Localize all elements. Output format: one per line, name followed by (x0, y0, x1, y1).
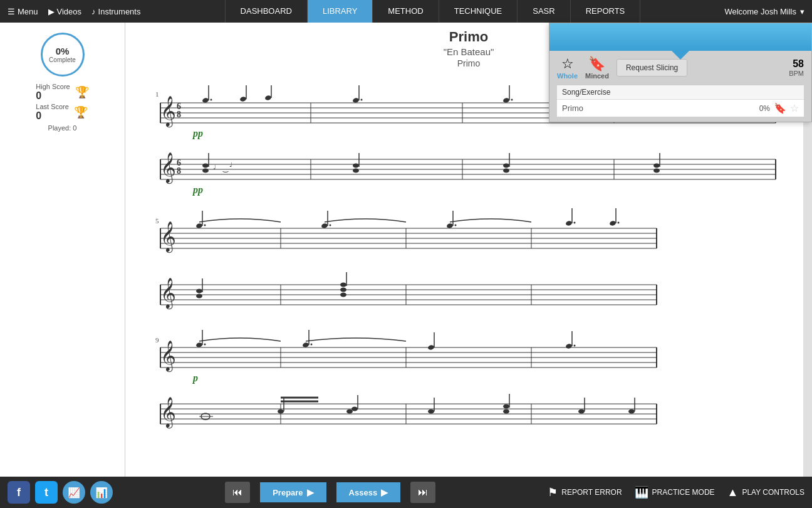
primo-label: Primo (562, 103, 583, 113)
primo-row: Primo 0% 🔖 ☆ (557, 99, 804, 117)
svg-point-57 (653, 164, 660, 168)
prepare-button[interactable]: Prepare ▶ (260, 482, 326, 502)
score-info: High Score 0 🏆 Last Score 0 🏆 Played: 0 (36, 82, 88, 132)
svg-point-75 (321, 223, 328, 228)
prepare-play-icon: ▶ (307, 487, 314, 497)
report-error-icon: ⚑ (548, 485, 558, 499)
bottom-bar: f t 📈 📊 ⏮ Prepare ▶ Assess ▶ ⏭ ⚑ REPORT … (0, 477, 812, 508)
assess-button[interactable]: Assess ▶ (336, 482, 401, 502)
tab-sasr[interactable]: SASR (518, 0, 570, 23)
svg-point-103 (340, 283, 346, 287)
bottom-right: ⚑ REPORT ERROR 🎹 PRACTICE MODE ▲ PLAY CO… (548, 485, 804, 499)
svg-point-127 (574, 345, 576, 347)
practice-mode-label: PRACTICE MODE (652, 488, 715, 497)
svg-point-17 (239, 96, 246, 102)
graph-button[interactable]: 📈 (63, 481, 85, 504)
tab-technique[interactable]: TECHNIQUE (439, 0, 518, 23)
song-exercise-row: Song/Exercise (557, 85, 804, 99)
last-score-row: Last Score 0 🏆 (36, 103, 88, 122)
svg-point-83 (574, 222, 576, 224)
top-navigation: ☰ Menu ▶ Videos ♪ Instruments DASHBOARD … (0, 0, 812, 23)
played-label: Played: 0 (36, 124, 88, 132)
user-label: Welcome Josh Mills (724, 7, 796, 16)
nav-left: ☰ Menu ▶ Videos ♪ Instruments (0, 7, 148, 16)
high-score-trophy-icon: 🏆 (75, 85, 89, 99)
tab-library[interactable]: LIBRARY (308, 0, 373, 23)
svg-point-99 (196, 289, 202, 294)
primo-percent: 0% (759, 104, 770, 113)
instruments-button[interactable]: ♪ Instruments (91, 7, 140, 16)
svg-point-122 (311, 344, 313, 346)
svg-text:9: 9 (155, 336, 159, 344)
content-area: 0% Complete High Score 0 🏆 Last Score 0 … (0, 23, 812, 477)
play-icon: ▶ (48, 7, 55, 16)
svg-point-53 (503, 169, 509, 173)
svg-point-119 (204, 344, 206, 346)
svg-point-14 (202, 97, 209, 103)
svg-text:♩: ♩ (229, 161, 232, 168)
nav-tabs: DASHBOARD LIBRARY METHOD TECHNIQUE SASR … (148, 0, 717, 23)
svg-point-19 (264, 95, 271, 100)
user-chevron-icon[interactable]: ▾ (800, 7, 804, 16)
report-error-label: REPORT ERROR (561, 488, 622, 497)
svg-point-77 (330, 225, 331, 226)
high-score-label: High Score (36, 83, 70, 90)
assess-play-icon: ▶ (381, 487, 388, 497)
request-slicing-button[interactable]: Request Slicing (617, 59, 687, 77)
last-score-label: Last Score (36, 103, 69, 110)
assess-label: Assess (349, 488, 378, 497)
svg-point-150 (503, 405, 509, 409)
svg-point-145 (351, 407, 358, 411)
nav-right: Welcome Josh Mills ▾ (717, 7, 812, 16)
svg-point-102 (340, 288, 346, 292)
svg-point-98 (196, 294, 202, 299)
svg-point-26 (511, 99, 513, 101)
instruments-label: Instruments (98, 7, 141, 16)
practice-mode-button[interactable]: 🎹 PRACTICE MODE (635, 485, 715, 499)
chart-button[interactable]: 📊 (90, 481, 113, 504)
svg-point-74 (204, 225, 206, 226)
svg-text:♩: ♩ (213, 164, 216, 171)
primo-star-icon[interactable]: ☆ (790, 102, 799, 114)
svg-point-54 (503, 164, 509, 168)
last-score-value: 0 (36, 110, 69, 122)
whole-button[interactable]: ☆ Whole (557, 56, 578, 80)
chart-icon: 📊 (95, 487, 108, 499)
videos-button[interactable]: ▶ Videos (48, 7, 82, 16)
svg-point-154 (628, 410, 635, 414)
tab-reports[interactable]: REPORTS (571, 0, 641, 23)
music-icon: ♪ (91, 7, 96, 16)
svg-point-56 (653, 169, 660, 173)
videos-label: Videos (57, 7, 82, 16)
sheet-music: 1 𝄞 6 8 (144, 85, 793, 477)
practice-mode-icon: 🎹 (635, 485, 648, 499)
graph-icon: 📈 (68, 487, 80, 499)
minced-button[interactable]: 🔖 Minced (585, 56, 609, 80)
menu-button[interactable]: ☰ Menu (8, 7, 38, 16)
facebook-button[interactable]: f (8, 481, 30, 504)
left-panel: 0% Complete High Score 0 🏆 Last Score 0 … (0, 23, 125, 477)
svg-point-21 (352, 97, 359, 103)
twitter-button[interactable]: t (35, 481, 58, 504)
svg-point-101 (340, 293, 346, 297)
skip-fwd-button[interactable]: ⏭ (410, 482, 435, 503)
svg-point-142 (278, 410, 284, 414)
svg-point-50 (353, 169, 359, 173)
svg-point-24 (502, 97, 509, 103)
svg-point-120 (302, 342, 309, 347)
skip-back-button[interactable]: ⏮ (225, 482, 250, 503)
svg-point-23 (361, 99, 363, 101)
tab-dashboard[interactable]: DASHBOARD (225, 0, 308, 23)
minced-label: Minced (585, 72, 609, 80)
song-exercise-label: Song/Exercise (562, 88, 610, 97)
svg-point-149 (503, 410, 509, 414)
tab-method[interactable]: METHOD (373, 0, 439, 23)
report-error-button[interactable]: ⚑ REPORT ERROR (548, 485, 622, 499)
play-controls-button[interactable]: ▲ PLAY CONTROLS (727, 486, 804, 499)
panel-overlay: ☆ Whole 🔖 Minced Request Slicing 58 BPM … (549, 23, 812, 122)
svg-text:pp: pp (192, 184, 203, 196)
bpm-label: BPM (789, 70, 804, 77)
panel-header (549, 23, 811, 51)
svg-text:pp: pp (192, 128, 203, 139)
hamburger-icon: ☰ (8, 7, 15, 16)
